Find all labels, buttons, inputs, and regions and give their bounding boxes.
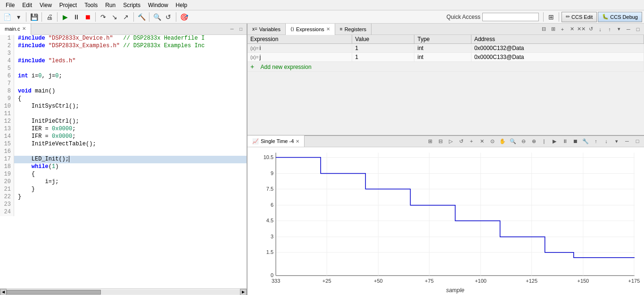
- chart-ctrl-export[interactable]: ↑: [591, 136, 601, 146]
- editor-scrollbar[interactable]: ◀ ▶: [0, 288, 247, 295]
- line-content-9[interactable]: {: [14, 95, 247, 103]
- menu-window[interactable]: Window: [144, 1, 172, 9]
- menu-edit[interactable]: Edit: [18, 1, 36, 9]
- refresh-expr-btn[interactable]: ↺: [586, 25, 595, 34]
- expressions-table[interactable]: Expression Value Type Address (x)=i 1: [248, 35, 644, 135]
- line-content-5[interactable]: [14, 65, 247, 73]
- line-content-4[interactable]: #include "leds.h": [14, 58, 247, 65]
- chart-ctrl-play[interactable]: ▶: [550, 136, 559, 146]
- menu-view[interactable]: View: [36, 1, 56, 9]
- chart-minimize-btn[interactable]: ─: [622, 136, 632, 146]
- menu-help[interactable]: Help: [172, 1, 191, 9]
- menu-scripts[interactable]: Scripts: [119, 1, 144, 9]
- line-content-6[interactable]: int i=0, j=0;: [14, 73, 247, 80]
- code-editor[interactable]: 1 #include "DSP2833x_Device.h" // DSP283…: [0, 35, 247, 288]
- chart-ctrl-2[interactable]: ⊟: [436, 136, 445, 146]
- line-content-16[interactable]: [14, 148, 247, 156]
- add-expr-ctrl-btn[interactable]: +: [558, 25, 567, 34]
- var-minimize-btn[interactable]: ─: [624, 25, 633, 34]
- var-maximize-btn[interactable]: □: [634, 25, 642, 34]
- expressions-tab-close[interactable]: ✕: [326, 26, 330, 32]
- line-content-15[interactable]: InitPieVectTable();: [14, 141, 247, 148]
- line-content-23[interactable]: [14, 201, 247, 209]
- line-content-14[interactable]: IFR = 0x0000;: [14, 133, 247, 141]
- toolbar-btn2[interactable]: ▾: [13, 12, 24, 22]
- export-btn[interactable]: ↑: [605, 25, 614, 34]
- editor-tab-main-c[interactable]: main.c ✕: [0, 24, 31, 35]
- chart-ctrl-config[interactable]: 🔧: [581, 136, 590, 146]
- chart-ctrl-zoom-in[interactable]: 🔍: [508, 136, 518, 146]
- search-btn[interactable]: 🔍: [152, 12, 162, 22]
- step-over-btn[interactable]: ↷: [98, 12, 108, 22]
- print-btn[interactable]: 🖨: [44, 12, 55, 22]
- scroll-left-arrow[interactable]: ◀: [0, 289, 7, 295]
- chart-ctrl-3[interactable]: ▷: [446, 136, 455, 146]
- build-btn[interactable]: 🔨: [136, 12, 147, 22]
- chart-ctrl-import[interactable]: ↓: [602, 136, 611, 146]
- line-content-17[interactable]: LED_Init();: [14, 156, 247, 163]
- ccs-debug-btn[interactable]: 🐛 CCS Debug: [598, 12, 642, 22]
- line-content-11[interactable]: [14, 110, 247, 118]
- line-content-18[interactable]: while(1): [14, 163, 247, 171]
- chart-tab-close[interactable]: ✕: [296, 139, 299, 144]
- line-content-20[interactable]: i=j;: [14, 178, 247, 186]
- chart-ctrl-stop[interactable]: ⏹: [570, 136, 580, 146]
- line-content-13[interactable]: IER = 0x0000;: [14, 126, 247, 133]
- line-content-3[interactable]: [14, 50, 247, 58]
- tab-variables[interactable]: x= Variables: [248, 24, 286, 35]
- line-content-22[interactable]: }: [14, 194, 247, 201]
- chart-ctrl-4[interactable]: ↺: [456, 136, 466, 146]
- menu-project[interactable]: Project: [56, 1, 81, 9]
- run-btn[interactable]: ▶: [60, 12, 70, 22]
- tab-expressions[interactable]: ⟨⟩ Expressions ✕: [286, 24, 335, 35]
- scroll-thumb[interactable]: [7, 290, 101, 295]
- tab-registers[interactable]: ≡ Registers: [335, 24, 372, 35]
- remove-expr-btn[interactable]: ✕: [568, 25, 576, 34]
- chart-ctrl-more[interactable]: ▾: [612, 136, 621, 146]
- chart-ctrl-pause[interactable]: ⏸: [560, 136, 570, 146]
- editor-maximize-btn[interactable]: □: [237, 25, 245, 33]
- chart-maximize-btn[interactable]: □: [633, 136, 642, 146]
- ccs-edit-btn[interactable]: ✏ CCS Edit: [561, 12, 597, 22]
- expr-cell-2[interactable]: (x)=j: [248, 53, 352, 62]
- step-into-btn[interactable]: ↘: [109, 12, 120, 22]
- collapse-all-btn[interactable]: ⊟: [539, 25, 548, 34]
- chart-ctrl-1[interactable]: ⊞: [425, 136, 435, 146]
- add-expression-label[interactable]: Add new expression: [258, 63, 314, 71]
- scroll-track[interactable]: [7, 290, 240, 295]
- add-expression-row[interactable]: + Add new expression: [248, 62, 644, 72]
- chart-ctrl-6[interactable]: ✕: [477, 136, 487, 146]
- line-content-21[interactable]: }: [14, 186, 247, 194]
- save-btn[interactable]: 💾: [29, 12, 39, 22]
- refresh-btn[interactable]: ↺: [163, 12, 173, 22]
- editor-tab-close[interactable]: ✕: [22, 26, 26, 31]
- line-content-2[interactable]: #include "DSP2833x_Examples.h" // DSP283…: [14, 42, 247, 50]
- new-file-btn[interactable]: 📄: [2, 12, 12, 22]
- step-out-btn[interactable]: ↗: [121, 12, 131, 22]
- quick-access-input[interactable]: [482, 13, 539, 21]
- import-btn[interactable]: ↓: [596, 25, 604, 34]
- line-content-10[interactable]: InitSysCtrl();: [14, 103, 247, 110]
- remove-all-btn[interactable]: ✕✕: [577, 25, 586, 34]
- expr-cell-1[interactable]: (x)=i: [248, 44, 352, 53]
- line-content-19[interactable]: {: [14, 171, 247, 178]
- layout-btn[interactable]: ⊞: [549, 25, 557, 34]
- menu-file[interactable]: File: [2, 1, 18, 9]
- chart-ctrl-zoom-out[interactable]: ⊖: [519, 136, 528, 146]
- chart-ctrl-5[interactable]: +: [467, 136, 476, 146]
- scroll-right-arrow[interactable]: ▶: [240, 289, 247, 295]
- chart-ctrl-fit[interactable]: ⊕: [529, 136, 538, 146]
- line-content-8[interactable]: void main(): [14, 88, 247, 95]
- chart-ctrl-7[interactable]: ⊙: [487, 136, 497, 146]
- menu-run[interactable]: Run: [101, 1, 119, 9]
- debug-target-btn[interactable]: 🎯: [179, 12, 189, 22]
- more-btn[interactable]: ▾: [615, 25, 623, 34]
- perspectives-btn[interactable]: ⊞: [546, 12, 556, 22]
- line-content-7[interactable]: [14, 80, 247, 88]
- stop-btn[interactable]: ⏹: [83, 12, 93, 22]
- chart-ctrl-8[interactable]: |: [539, 136, 549, 146]
- line-content-24[interactable]: [14, 209, 247, 216]
- line-content-12[interactable]: InitPieCtrl();: [14, 118, 247, 126]
- line-content-1[interactable]: #include "DSP2833x_Device.h" // DSP2833x…: [14, 35, 247, 42]
- chart-ctrl-pan[interactable]: ✋: [498, 136, 507, 146]
